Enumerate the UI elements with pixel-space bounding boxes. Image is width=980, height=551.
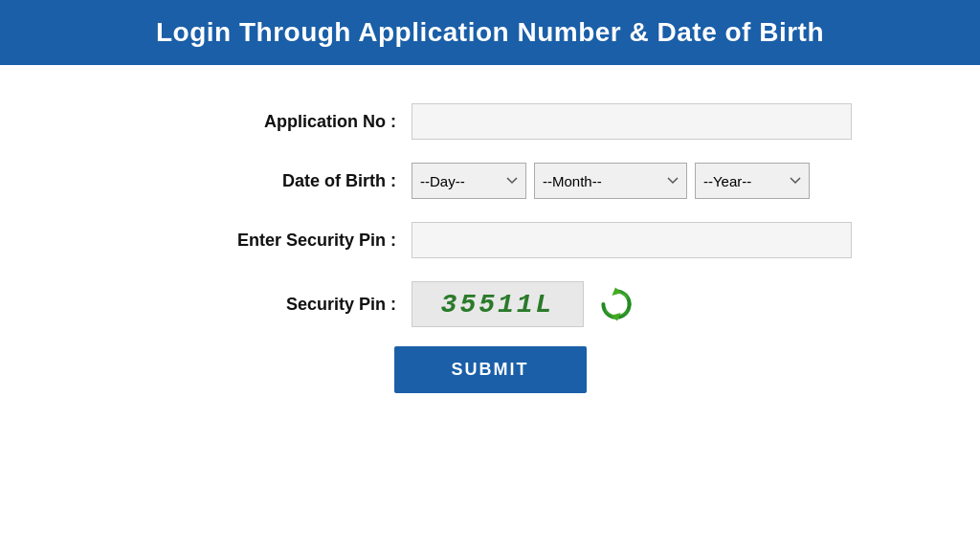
dob-year-select[interactable]: --Year-- [695, 163, 810, 199]
form-outer: Application No : Date of Birth : --Day--… [0, 65, 980, 393]
page-header: Login Through Application Number & Date … [0, 0, 980, 65]
captcha-display: 35511L [412, 281, 637, 327]
submit-row: SUBMIT [0, 346, 980, 393]
application-no-label: Application No : [186, 112, 396, 132]
security-pin-input[interactable] [412, 222, 852, 258]
dob-label: Date of Birth : [186, 171, 396, 191]
captcha-row: Security Pin : 35511L [186, 281, 637, 327]
dob-selects: --Day-- --Month-- --Year-- [412, 163, 810, 199]
captcha-label: Security Pin : [186, 295, 396, 315]
submit-button[interactable]: SUBMIT [394, 346, 587, 393]
login-form: Application No : Date of Birth : --Day--… [128, 103, 852, 327]
refresh-icon [597, 285, 635, 323]
enter-security-pin-label: Enter Security Pin : [186, 231, 396, 251]
captcha-image: 35511L [412, 281, 584, 327]
refresh-captcha-button[interactable] [595, 283, 637, 325]
dob-day-select[interactable]: --Day-- [412, 163, 526, 199]
dob-month-select[interactable]: --Month-- [534, 163, 687, 199]
application-no-row: Application No : [186, 103, 852, 140]
enter-security-pin-row: Enter Security Pin : [186, 222, 852, 258]
page-wrapper: Login Through Application Number & Date … [0, 0, 980, 551]
dob-row: Date of Birth : --Day-- --Month-- --Year… [186, 163, 810, 199]
application-no-input[interactable] [412, 103, 852, 140]
page-title: Login Through Application Number & Date … [0, 17, 980, 48]
